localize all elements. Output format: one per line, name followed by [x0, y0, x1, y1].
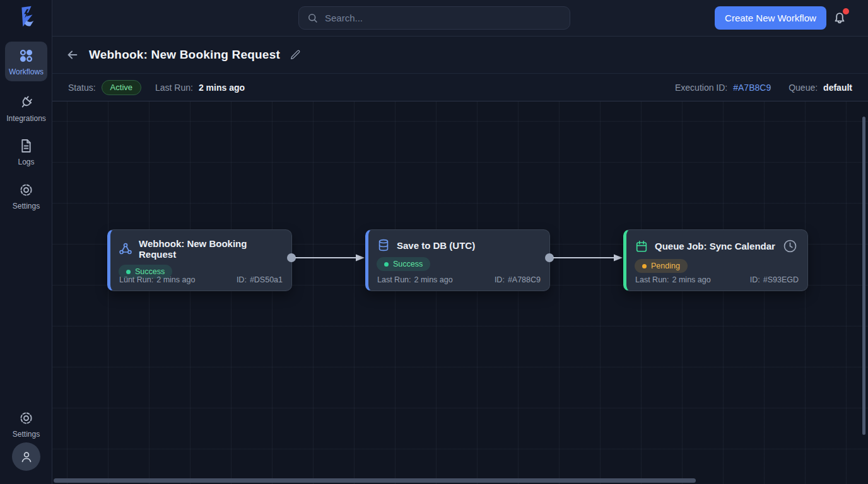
node-title: Queue Job: Sync Calendar: [655, 241, 775, 251]
sidebar-item-logs[interactable]: Logs: [5, 132, 47, 171]
arrowhead-icon: [614, 255, 623, 262]
node-title: Webhook: New Booking Request: [139, 238, 282, 260]
sidebar-item-settings-bottom[interactable]: Settings: [5, 404, 47, 444]
search-box[interactable]: [298, 6, 570, 30]
user-avatar[interactable]: [12, 442, 40, 471]
sidebar-item-label: Settings: [13, 430, 40, 439]
node-id-label: ID:: [237, 275, 247, 284]
node-status-badge: Success: [377, 257, 430, 271]
app-logo[interactable]: [0, 4, 52, 28]
notification-dot: [843, 8, 849, 14]
node-last-run-label: Last Run:: [377, 275, 411, 284]
lightning-logo-icon: [15, 4, 38, 28]
output-port-dot[interactable]: [287, 253, 296, 262]
horizontal-scrollbar-thumb[interactable]: [54, 478, 696, 483]
node-last-run-label: Lünt Run:: [119, 275, 153, 284]
page-header: Webhook: New Booking Request: [52, 37, 868, 73]
last-run-label: Last Run:: [155, 83, 193, 93]
sidebar-item-workflows[interactable]: Workflows: [5, 42, 47, 81]
sidebar: Workflows Integrations Logs Settings: [0, 0, 52, 484]
plug-icon: [18, 94, 35, 111]
gear-icon: [18, 410, 35, 427]
webhook-icon: [119, 242, 132, 256]
back-arrow-icon: [66, 48, 79, 62]
status-label: Status:: [68, 83, 96, 93]
user-icon: [19, 449, 34, 464]
workflows-grid-icon: [18, 47, 35, 64]
node-id-value: #S93EGD: [763, 275, 799, 284]
document-icon: [18, 137, 35, 154]
queue-value: default: [823, 83, 852, 93]
sidebar-item-integrations[interactable]: Integrations: [5, 88, 47, 128]
node-last-run-value: 2 mins ago: [414, 275, 453, 284]
node-id-label: ID:: [495, 275, 505, 284]
node-last-run-value: 2 mins ago: [156, 275, 195, 284]
search-input[interactable]: [325, 13, 562, 23]
node-title: Save to DB (UTC): [397, 240, 475, 251]
status-dot: [384, 262, 389, 267]
node-webhook-new-booking-request[interactable]: Webhook: New Booking Request Success Lün…: [107, 229, 292, 291]
back-button[interactable]: [66, 48, 79, 62]
execution-id-value[interactable]: #A7B8C9: [733, 83, 771, 93]
pencil-icon: [290, 49, 301, 60]
node-id-label: ID:: [750, 275, 760, 284]
node-last-run-label: Last Run:: [635, 275, 669, 284]
output-port-dot[interactable]: [545, 253, 554, 262]
search-icon: [307, 12, 319, 24]
connector-node1-node2: [286, 252, 366, 263]
top-bar: Create New Workflow: [52, 0, 868, 37]
clock-icon: [782, 238, 798, 254]
node-id-value: #A788C9: [508, 275, 541, 284]
gear-icon: [18, 182, 35, 199]
vertical-scrollbar-thumb[interactable]: [862, 117, 865, 435]
status-dot: [126, 270, 131, 274]
connector-node2-node3: [544, 252, 624, 263]
queue-label: Queue:: [789, 83, 818, 93]
sidebar-item-label: Workflows: [9, 67, 44, 76]
notifications-bell[interactable]: [831, 9, 849, 27]
node-save-to-db[interactable]: Save to DB (UTC) Success Last Run: 2 min…: [365, 229, 550, 291]
sidebar-item-settings[interactable]: Settings: [5, 176, 47, 216]
database-icon: [377, 238, 390, 252]
sidebar-item-label: Integrations: [6, 114, 46, 123]
create-new-workflow-button[interactable]: Create New Workflow: [715, 6, 826, 30]
node-last-run-value: 2 mins ago: [672, 275, 711, 284]
node-status-badge: Pending: [635, 259, 688, 273]
status-bar: Status: Active Last Run: 2 mins ago Exec…: [52, 73, 868, 101]
node-id-value: #DS50a1: [250, 275, 283, 284]
sidebar-item-label: Settings: [13, 202, 40, 210]
execution-id-label: Execution ID:: [675, 83, 727, 93]
workflow-canvas[interactable]: Webhook: New Booking Request Success Lün…: [52, 101, 868, 484]
edit-title-button[interactable]: [290, 49, 301, 60]
calendar-icon: [635, 239, 648, 253]
last-run-value: 2 mins ago: [199, 83, 245, 93]
node-queue-job-sync-calendar[interactable]: Queue Job: Sync Calendar Pending Last Ru…: [623, 229, 808, 291]
arrowhead-icon: [356, 255, 365, 262]
sidebar-item-label: Logs: [18, 158, 34, 166]
page-title: Webhook: New Booking Request: [89, 48, 280, 62]
status-badge: Active: [102, 80, 141, 95]
status-dot: [642, 264, 647, 268]
